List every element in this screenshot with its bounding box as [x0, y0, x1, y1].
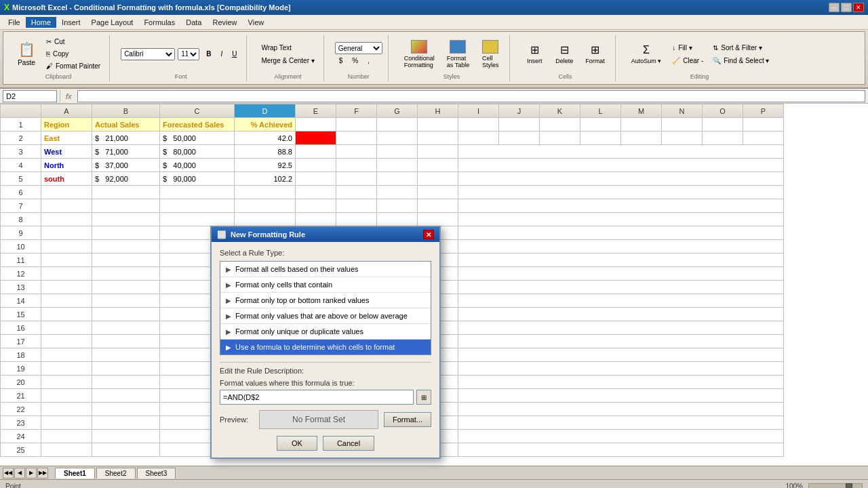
menu-page-layout[interactable]: Page Layout	[86, 17, 139, 28]
menu-home[interactable]: Home	[26, 17, 56, 28]
rule-item-0[interactable]: ▶ Format all cells based on their values	[220, 262, 431, 277]
rule-item-2[interactable]: ▶ Format only top or bottom ranked value…	[220, 293, 431, 308]
rule-arrow-3: ▶	[226, 312, 231, 320]
percent-button[interactable]: %	[348, 56, 362, 66]
menu-insert[interactable]: Insert	[56, 17, 86, 28]
styles-group-label: Styles	[443, 73, 460, 80]
title-bar-controls: ─ □ ✕	[829, 3, 864, 12]
ribbon: 📋 Paste ✂ Cut ⎘ Copy 🖌 Format Painter	[0, 30, 868, 89]
ribbon-group-alignment: Wrap Text Merge & Center ▾ Alignment	[252, 35, 323, 81]
insert-button[interactable]: ⊞ Insert	[521, 38, 548, 70]
status-bar: Point 100%	[0, 479, 868, 488]
number-format-select[interactable]: General	[335, 42, 382, 54]
dialog-divider	[220, 362, 431, 363]
title-bar-left: X Microsoft Excel - Conditional Formatti…	[4, 3, 291, 12]
wrap-text-button[interactable]: Wrap Text	[258, 42, 295, 54]
ribbon-group-clipboard: 📋 Paste ✂ Cut ⎘ Copy 🖌 Format Painter	[7, 35, 110, 81]
dialog-close-button[interactable]: ✕	[423, 230, 434, 239]
rule-arrow-2: ▶	[226, 297, 231, 304]
preview-row: Preview: No Format Set Format...	[220, 410, 431, 429]
sheet-tab-sheet2[interactable]: Sheet2	[96, 468, 136, 479]
find-select-button[interactable]: 🔍 Find & Select ▾	[709, 55, 772, 66]
cell-styles-button[interactable]: CellStyles	[477, 37, 504, 72]
delete-cells-button[interactable]: ⊟ Delete	[551, 38, 578, 70]
formula-description: Format values where this formula is true…	[220, 379, 431, 387]
delete-cells-icon: ⊟	[560, 43, 569, 56]
underline-button[interactable]: U	[228, 48, 241, 60]
rule-item-5[interactable]: ▶ Use a formula to determine which cells…	[220, 340, 431, 354]
rule-text-4: Format only unique or duplicate values	[235, 327, 363, 336]
formula-field[interactable]	[220, 390, 414, 405]
fill-button[interactable]: ↓ Fill ▾	[669, 42, 707, 54]
menu-file[interactable]: File	[3, 17, 26, 28]
clear-button[interactable]: 🧹 Clear -	[669, 55, 707, 66]
bold-button[interactable]: B	[202, 48, 215, 60]
fill-icon: ↓	[672, 44, 675, 52]
currency-button[interactable]: $	[335, 56, 347, 66]
menu-data[interactable]: Data	[180, 17, 207, 28]
font-name-select[interactable]: Calibri	[121, 48, 175, 60]
format-painter-button[interactable]: 🖌 Format Painter	[43, 60, 104, 72]
sheet-tab-sheet1[interactable]: Sheet1	[55, 468, 95, 479]
clear-icon: 🧹	[672, 57, 680, 64]
format-painter-label: Format Painter	[56, 62, 100, 70]
rule-item-4[interactable]: ▶ Format only unique or duplicate values	[220, 324, 431, 340]
next-sheet-one-button[interactable]: ▶	[26, 468, 37, 479]
edit-description-label: Edit the Rule Description:	[220, 367, 431, 375]
next-sheet-button[interactable]: ▶▶	[37, 468, 48, 479]
copy-icon: ⎘	[46, 50, 50, 58]
menu-view[interactable]: View	[243, 17, 270, 28]
copy-button[interactable]: ⎘ Copy	[43, 48, 104, 60]
minimize-button[interactable]: ─	[829, 3, 840, 12]
menu-review[interactable]: Review	[207, 17, 242, 28]
prev-sheet-one-button[interactable]: ◀	[14, 468, 25, 479]
dialog-title-icon: ⬜	[217, 230, 226, 239]
format-cells-button[interactable]: ⊞ Format	[580, 38, 610, 70]
merge-center-button[interactable]: Merge & Center ▾	[258, 55, 317, 66]
number-group-label: Number	[348, 73, 370, 80]
close-button[interactable]: ✕	[853, 3, 864, 12]
format-as-table-button[interactable]: Formatas Table	[442, 37, 474, 72]
maximize-button[interactable]: □	[841, 3, 852, 12]
rule-text-3: Format only values that are above or bel…	[235, 312, 408, 320]
prev-sheet-button[interactable]: ◀◀	[3, 468, 14, 479]
rule-text-5: Use a formula to determine which cells t…	[235, 343, 395, 351]
font-size-select[interactable]: 11	[178, 48, 199, 60]
ok-button[interactable]: OK	[277, 436, 317, 451]
zoom-label: 100%	[785, 483, 803, 488]
paste-icon: 📋	[18, 41, 35, 58]
find-select-icon: 🔍	[713, 57, 721, 64]
autosum-button[interactable]: Σ AutoSum ▾	[627, 38, 667, 70]
sheet-tab-sheet3[interactable]: Sheet3	[137, 468, 176, 479]
format-button[interactable]: Format...	[384, 412, 431, 427]
rule-arrow-1: ▶	[226, 281, 231, 289]
cells-group-label: Cells	[558, 73, 572, 80]
sort-filter-label: Sort & Filter ▾	[721, 44, 762, 52]
italic-button[interactable]: I	[216, 48, 226, 60]
ribbon-group-number: General $ % , Number	[330, 35, 389, 81]
formula-input-row: ⊞	[220, 390, 431, 405]
ok-label: OK	[292, 439, 302, 447]
title-bar: X Microsoft Excel - Conditional Formatti…	[0, 0, 868, 15]
formula-input[interactable]	[77, 90, 865, 102]
paste-label: Paste	[18, 59, 35, 66]
rule-item-3[interactable]: ▶ Format only values that are above or b…	[220, 308, 431, 324]
rule-item-1[interactable]: ▶ Format only cells that contain	[220, 277, 431, 293]
conditional-formatting-button[interactable]: ConditionalFormatting	[399, 37, 439, 72]
cancel-button[interactable]: Cancel	[323, 436, 374, 451]
formula-bar-divider	[60, 90, 60, 102]
sort-filter-button[interactable]: ⇅ Sort & Filter ▾	[709, 42, 772, 54]
spreadsheet-area: A B C D E F G H I J K L M N O P	[0, 104, 868, 466]
name-box[interactable]	[3, 90, 57, 102]
editing-group-label: Editing	[690, 73, 709, 80]
paste-button[interactable]: 📋 Paste	[13, 38, 40, 70]
dialog-title: New Formatting Rule	[231, 230, 305, 239]
menu-formulas[interactable]: Formulas	[138, 17, 180, 28]
cut-icon: ✂	[46, 38, 52, 45]
formula-ref-button[interactable]: ⊞	[416, 390, 431, 405]
new-formatting-rule-dialog: ⬜ New Formatting Rule ✕ Select a Rule Ty…	[210, 226, 441, 459]
cut-button[interactable]: ✂ Cut	[43, 36, 104, 47]
comma-button[interactable]: ,	[363, 56, 374, 66]
zoom-slider[interactable]	[808, 483, 863, 489]
alignment-group-label: Alignment	[275, 73, 302, 80]
